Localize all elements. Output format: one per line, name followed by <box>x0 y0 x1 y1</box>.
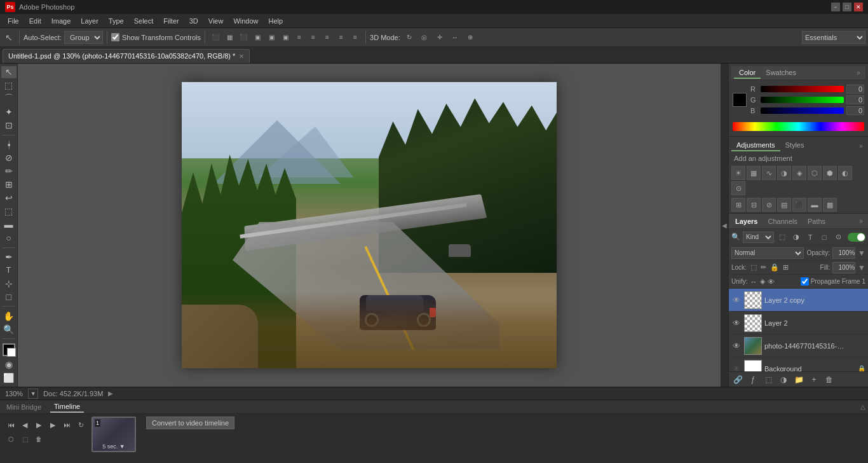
shape-tool[interactable]: □ <box>1 291 17 303</box>
close-button[interactable]: ✕ <box>854 3 863 11</box>
fill-arrow[interactable]: ▼ <box>858 263 865 272</box>
auto-select-dropdown[interactable]: Group Layer <box>64 31 103 44</box>
lock-pixels-icon[interactable]: ⬚ <box>750 263 757 272</box>
tween-btn[interactable]: ⬡ <box>5 433 17 445</box>
gradient-tool[interactable]: ▬ <box>1 219 17 231</box>
unify-vis-icon[interactable]: 👁 <box>768 278 775 286</box>
layers-kind-select[interactable]: Kind Name Effect <box>743 232 774 243</box>
filter-shape-icon[interactable]: □ <box>818 232 830 243</box>
distribute-center-icon[interactable]: ≡ <box>335 31 348 44</box>
menu-filter[interactable]: Filter <box>158 14 184 28</box>
menu-type[interactable]: Type <box>104 14 129 28</box>
loop-btn[interactable]: ↻ <box>75 419 86 431</box>
distribute-bottom-icon[interactable]: ≡ <box>349 31 362 44</box>
gradient-map-adj-icon[interactable]: ▬ <box>808 198 822 212</box>
play-btn[interactable]: ▶ <box>33 419 44 431</box>
new-group-btn[interactable]: 📁 <box>792 374 805 385</box>
3d-orbit-icon[interactable]: ◎ <box>418 31 431 44</box>
lock-all-icon[interactable]: 🔒 <box>770 263 779 272</box>
new-layer-btn[interactable]: + <box>808 374 820 385</box>
align-center-icon[interactable]: ▦ <box>223 31 236 44</box>
align-middle-icon[interactable]: ▣ <box>265 31 278 44</box>
hand-tool[interactable]: ✋ <box>1 310 17 322</box>
layer-vis-photo[interactable]: 👁 <box>731 341 742 351</box>
eraser-tool[interactable]: ⬚ <box>1 205 17 218</box>
unify-style-icon[interactable]: ◈ <box>760 277 765 286</box>
filter-smart-icon[interactable]: ⊙ <box>832 232 844 243</box>
menu-edit[interactable]: Edit <box>24 14 46 28</box>
distribute-h-icon[interactable]: ≡ <box>307 31 320 44</box>
menu-file[interactable]: File <box>3 14 24 28</box>
marquee-tool[interactable]: ⬚ <box>1 79 17 92</box>
exposure-adj-icon[interactable]: ◑ <box>777 166 791 180</box>
next-frame-btn[interactable]: ▶ <box>47 419 58 431</box>
brush-tool[interactable]: ✏ <box>1 165 17 177</box>
delete-layer-btn[interactable]: 🗑 <box>823 374 836 385</box>
filter-adj-icon[interactable]: ◑ <box>790 232 802 243</box>
curves-adj-icon[interactable]: ∿ <box>762 166 776 180</box>
filter-pixel-icon[interactable]: ⬚ <box>776 232 788 243</box>
clone-tool[interactable]: ⊞ <box>1 179 17 191</box>
right-collapse-btn[interactable]: ◀ <box>721 64 728 387</box>
threshold-adj-icon[interactable]: ⬛ <box>792 198 806 212</box>
layer-vis-layer2copy[interactable]: 👁 <box>731 295 742 305</box>
3d-rotate-icon[interactable]: ↻ <box>403 31 416 44</box>
channels-tab[interactable]: Channels <box>764 216 801 226</box>
prev-frame-btn[interactable]: ◀ <box>19 419 31 431</box>
convert-to-video-btn[interactable]: Convert to video timeline <box>146 417 234 429</box>
doc-info-arrow[interactable]: ▶ <box>108 390 113 397</box>
link-layers-btn[interactable]: 🔗 <box>731 374 744 385</box>
menu-image[interactable]: Image <box>46 14 76 28</box>
essentials-dropdown[interactable]: Essentials Design Motion <box>802 31 865 44</box>
align-top-icon[interactable]: ▣ <box>251 31 264 44</box>
screen-mode-tool[interactable]: ⬜ <box>1 372 17 384</box>
unify-pos-icon[interactable]: ↔ <box>750 278 757 286</box>
menu-select[interactable]: Select <box>129 14 159 28</box>
text-tool[interactable]: T <box>1 264 17 276</box>
zoom-options-btn[interactable]: ▼ <box>28 389 38 399</box>
bw-adj-icon[interactable]: ◐ <box>838 166 852 180</box>
3d-pan-icon[interactable]: ✛ <box>433 31 446 44</box>
opacity-arrow[interactable]: ▼ <box>858 249 865 258</box>
timeline-tab[interactable]: Timeline <box>50 401 84 413</box>
filter-type-icon[interactable]: T <box>804 232 816 243</box>
new-fill-adj-btn[interactable]: ◑ <box>777 374 790 385</box>
blend-mode-select[interactable]: Normal Dissolve Multiply <box>731 247 804 259</box>
menu-view[interactable]: View <box>203 14 229 28</box>
eyedropper-tool[interactable]: ⍿ <box>1 139 17 151</box>
layers-panel-collapse[interactable]: » <box>857 217 865 226</box>
timeline-expand-btn[interactable]: △ <box>860 403 865 410</box>
adjustments-tab[interactable]: Adjustments <box>731 140 780 151</box>
layer-item-background[interactable]: 👁 Background 🔒 <box>729 357 868 371</box>
layers-tab[interactable]: Layers <box>731 216 761 226</box>
path-select-tool[interactable]: ⊹ <box>1 277 17 289</box>
add-mask-btn[interactable]: ⬚ <box>762 374 775 385</box>
color-tab[interactable]: Color <box>734 67 761 79</box>
doc-tab[interactable]: Untitled-1.psd @ 130% (photo-14467701453… <box>3 49 250 63</box>
color-panel-collapse[interactable]: » <box>854 69 863 78</box>
adj-panel-collapse[interactable]: » <box>857 141 865 150</box>
r-value[interactable]: 0 <box>846 85 864 93</box>
color-spectrum[interactable] <box>733 122 864 131</box>
photofilter-adj-icon[interactable]: ⊙ <box>731 181 745 195</box>
align-bottom-icon[interactable]: ▣ <box>279 31 292 44</box>
posterize-adj-icon[interactable]: ▤ <box>777 198 791 212</box>
lock-artboard-icon[interactable]: ⊞ <box>783 263 789 272</box>
maximize-button[interactable]: □ <box>843 3 851 11</box>
layer-item-layer2[interactable]: 👁 Layer 2 <box>729 312 868 335</box>
foreground-swatch[interactable] <box>733 93 747 107</box>
colorbalance-adj-icon[interactable]: ⬢ <box>823 166 837 180</box>
move-tool[interactable]: ↖ <box>1 66 17 78</box>
menu-window[interactable]: Window <box>228 14 263 28</box>
history-tool[interactable]: ↩ <box>1 192 17 204</box>
dodge-tool[interactable]: ○ <box>1 232 17 244</box>
align-right-icon[interactable]: ⬛ <box>237 31 250 44</box>
menu-3d[interactable]: 3D <box>184 14 203 28</box>
pen-tool[interactable]: ✒ <box>1 251 17 263</box>
quick-select-tool[interactable]: ✦ <box>1 106 17 118</box>
brightness-adj-icon[interactable]: ☀ <box>731 166 745 180</box>
tab-close-btn[interactable]: ✕ <box>239 53 244 60</box>
layer-item-photo[interactable]: 👁 photo-1446770145316-… <box>729 335 868 357</box>
distribute-v-icon[interactable]: ≡ <box>293 31 306 44</box>
colorlookup-adj-icon[interactable]: ⊟ <box>747 198 761 212</box>
